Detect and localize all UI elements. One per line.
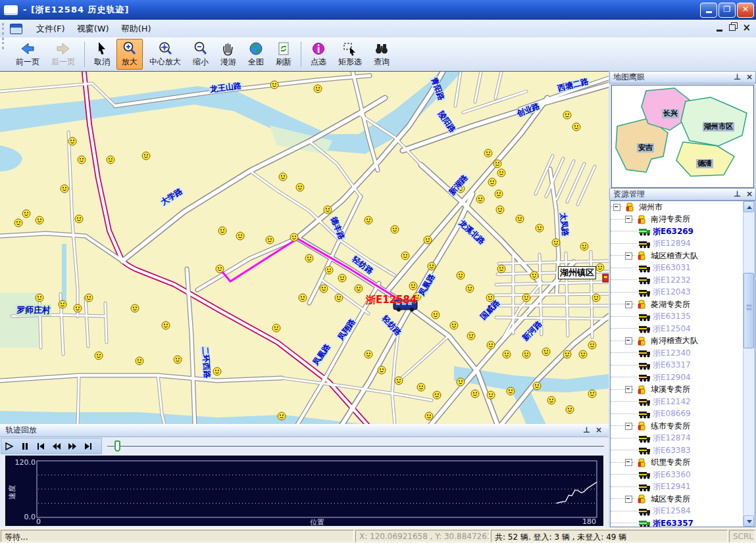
- track-point-smiley[interactable]: [563, 350, 571, 358]
- track-point-smiley[interactable]: [484, 149, 492, 157]
- track-point-smiley[interactable]: [391, 225, 399, 233]
- tree-group-item[interactable]: 菱湖专卖所: [611, 298, 745, 311]
- track-point-smiley[interactable]: [425, 412, 433, 420]
- track-point-smiley[interactable]: [487, 391, 495, 399]
- track-point-smiley[interactable]: [580, 243, 588, 250]
- toolbar-button-query-binoculars[interactable]: 查询: [368, 39, 395, 70]
- track-point-smiley[interactable]: [14, 219, 22, 227]
- track-point-smiley[interactable]: [579, 350, 587, 358]
- tree-vehicle-item[interactable]: 浙E08669: [611, 408, 745, 421]
- playback-slider[interactable]: [107, 446, 604, 448]
- mdi-child-icon[interactable]: [10, 24, 22, 34]
- track-point-smiley[interactable]: [497, 265, 505, 273]
- mdi-close-icon[interactable]: ×: [742, 24, 751, 32]
- track-point-smiley[interactable]: [270, 81, 278, 89]
- track-point-smiley[interactable]: [216, 265, 224, 273]
- track-point-smiley[interactable]: [533, 382, 541, 390]
- track-point-smiley[interactable]: [162, 321, 170, 329]
- track-point-smiley[interactable]: [296, 183, 304, 191]
- tree-collapse-toggle[interactable]: [625, 496, 632, 503]
- track-point-smiley[interactable]: [314, 85, 322, 93]
- playback-step-end-button[interactable]: [80, 439, 96, 453]
- track-point-smiley[interactable]: [496, 206, 504, 214]
- track-point-smiley[interactable]: [401, 252, 409, 260]
- track-point-smiley[interactable]: [59, 300, 66, 308]
- track-point-smiley[interactable]: [522, 350, 530, 358]
- track-point-smiley[interactable]: [95, 352, 103, 360]
- track-point-smiley[interactable]: [476, 195, 484, 203]
- track-point-smiley[interactable]: [592, 294, 600, 302]
- track-point-smiley[interactable]: [395, 377, 403, 385]
- track-point-smiley[interactable]: [493, 160, 501, 168]
- track-point-smiley[interactable]: [552, 239, 560, 247]
- toolbar-grip[interactable]: [2, 37, 7, 49]
- tree-collapse-toggle[interactable]: [625, 386, 632, 393]
- tree-group-item[interactable]: 城区稽查大队: [611, 250, 745, 262]
- playback-step-back-button[interactable]: [33, 439, 49, 453]
- tree-vehicle-item[interactable]: 浙E12874: [611, 433, 745, 445]
- playback-pause-button[interactable]: [17, 439, 33, 453]
- track-point-smiley[interactable]: [365, 350, 372, 358]
- track-point-smiley[interactable]: [305, 254, 313, 262]
- menu-window[interactable]: 视窗(W): [71, 20, 115, 37]
- track-point-smiley[interactable]: [290, 233, 298, 241]
- track-point-smiley[interactable]: [365, 216, 372, 224]
- tree-vehicle-item[interactable]: 浙E63357: [611, 517, 745, 527]
- track-point-smiley[interactable]: [136, 357, 143, 365]
- tree-vehicle-item[interactable]: 浙E12584: [611, 506, 745, 518]
- track-point-smiley[interactable]: [36, 216, 43, 224]
- track-point-smiley[interactable]: [503, 350, 511, 358]
- toolbar-button-point-select-info[interactable]: 点选: [305, 39, 332, 70]
- track-point-smiley[interactable]: [278, 412, 286, 420]
- scroll-thumb[interactable]: [743, 273, 754, 348]
- playback-close-icon[interactable]: ×: [595, 426, 602, 435]
- track-point-smiley[interactable]: [433, 391, 441, 399]
- toolbar-button-zoom-out[interactable]: 缩小: [188, 39, 214, 70]
- tree-group-item[interactable]: 织里专卖所: [611, 457, 745, 469]
- resource-pin-icon[interactable]: ⊥: [734, 190, 741, 199]
- tree-scrollbar[interactable]: [743, 201, 755, 527]
- track-point-smiley[interactable]: [424, 236, 432, 244]
- mdi-minimize-icon[interactable]: [717, 30, 722, 32]
- scroll-down-button[interactable]: [743, 515, 754, 527]
- tree-group-item[interactable]: 南浔专卖所: [611, 214, 745, 226]
- track-point-smiley[interactable]: [218, 227, 226, 235]
- track-point-smiley[interactable]: [530, 272, 538, 279]
- track-point-smiley[interactable]: [466, 285, 474, 293]
- tree-collapse-toggle[interactable]: [625, 216, 632, 223]
- tree-group-item[interactable]: 湖州市: [611, 201, 745, 214]
- track-point-smiley[interactable]: [588, 341, 596, 349]
- map-viewport[interactable]: 龙王山路西塘二路创业路青阳路陵阳路大学路新湖路德丰路龙溪北路轻纺路轻纺路凤凰路凤…: [0, 71, 609, 425]
- track-point-smiley[interactable]: [279, 173, 287, 181]
- tree-collapse-toggle[interactable]: [613, 204, 620, 211]
- track-point-smiley[interactable]: [266, 236, 274, 244]
- track-point-smiley[interactable]: [320, 285, 328, 293]
- track-point-smiley[interactable]: [596, 264, 604, 272]
- tree-vehicle-item[interactable]: 浙E63269: [611, 225, 745, 238]
- track-point-smiley[interactable]: [536, 224, 543, 232]
- track-point-smiley[interactable]: [497, 169, 505, 177]
- mdi-restore-icon[interactable]: [729, 24, 736, 31]
- restore-button[interactable]: ❐: [718, 3, 736, 18]
- menu-file[interactable]: 文件(F): [30, 20, 71, 37]
- track-point-smiley[interactable]: [409, 282, 417, 290]
- overview-pin-icon[interactable]: ⊥: [734, 73, 741, 82]
- track-point-smiley[interactable]: [522, 294, 530, 302]
- scroll-up-button[interactable]: [743, 201, 754, 212]
- track-point-smiley[interactable]: [22, 210, 30, 218]
- track-point-smiley[interactable]: [74, 304, 82, 312]
- tree-vehicle-item[interactable]: 浙E63135: [611, 311, 745, 323]
- track-point-smiley[interactable]: [272, 324, 280, 332]
- track-point-smiley[interactable]: [78, 156, 86, 164]
- track-point-smiley[interactable]: [36, 294, 43, 302]
- track-point-smiley[interactable]: [75, 215, 83, 223]
- track-point-smiley[interactable]: [324, 206, 332, 214]
- track-point-smiley[interactable]: [467, 332, 475, 340]
- tree-vehicle-item[interactable]: 浙E12504: [611, 323, 745, 335]
- menubar-grip[interactable]: [2, 23, 7, 35]
- track-point-smiley[interactable]: [547, 396, 555, 404]
- close-button[interactable]: ✕: [737, 3, 754, 18]
- track-point-smiley[interactable]: [471, 390, 479, 398]
- tree-group-item[interactable]: 练市专卖所: [611, 420, 745, 433]
- playback-slider-thumb[interactable]: [114, 440, 120, 452]
